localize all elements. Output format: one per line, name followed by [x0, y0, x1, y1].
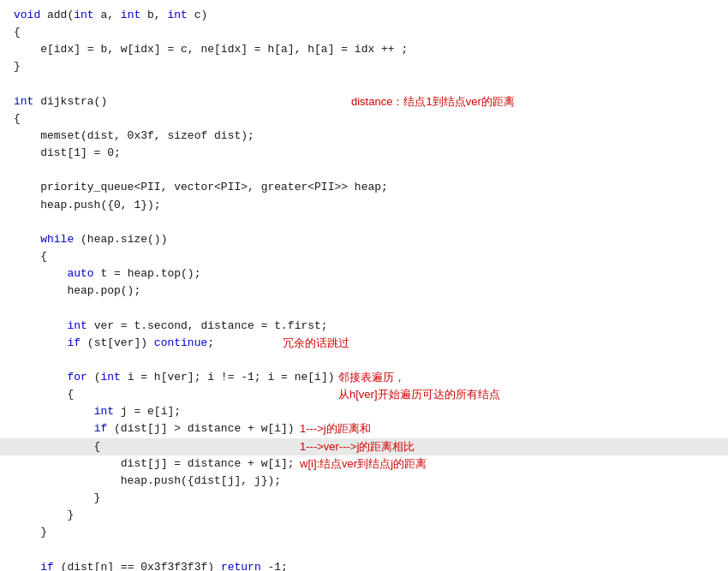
code-line	[0, 76, 728, 93]
code-line: if (st[ver]) continue; 冗余的话跳过	[0, 335, 728, 352]
code-line: memset(dist, 0x3f, sizeof dist);	[0, 128, 728, 145]
code-line: }	[0, 507, 728, 524]
code-line: int j = e[i];	[0, 403, 728, 420]
code-line: int dijkstra() distance：结点1到结点ver的距离	[0, 93, 728, 110]
code-line: heap.pop();	[0, 283, 728, 300]
code-line: e[idx] = b, w[idx] = c, ne[idx] = h[a], …	[0, 41, 728, 58]
code-line-highlighted: { 1--->ver--->j的距离相比	[0, 438, 728, 455]
code-line: dist[1] = 0;	[0, 145, 728, 162]
code-line	[0, 300, 728, 317]
code-line	[0, 162, 728, 179]
code-line: heap.push({0, 1});	[0, 197, 728, 214]
code-line: if (dist[n] == 0x3f3f3f3f) return -1;	[0, 559, 728, 572]
code-line: auto t = heap.top();	[0, 265, 728, 283]
code-line: }	[0, 524, 728, 541]
code-line: {	[0, 110, 728, 128]
code-line	[0, 352, 728, 369]
code-line: {	[0, 248, 728, 265]
code-line: dist[j] = distance + w[i]; w[i]:结点ver到结点…	[0, 455, 728, 473]
code-line: }	[0, 490, 728, 507]
code-line: void add(int a, int b, int c)	[0, 7, 728, 24]
code-line	[0, 214, 728, 231]
code-line: {	[0, 24, 728, 41]
code-line: for (int i = h[ver]; i != -1; i = ne[i])…	[0, 369, 728, 386]
code-editor: void add(int a, int b, int c) { e[idx] =…	[0, 0, 728, 571]
code-line	[0, 541, 728, 558]
code-line: int ver = t.second, distance = t.first;	[0, 318, 728, 335]
code-line: if (dist[j] > distance + w[i]) 1--->j的距离…	[0, 420, 728, 437]
code-line: heap.push({dist[j], j});	[0, 473, 728, 490]
code-line: }	[0, 58, 728, 75]
code-line: while (heap.size())	[0, 231, 728, 248]
code-line: { 从h[ver]开始遍历可达的所有结点	[0, 386, 728, 403]
code-line: priority_queue<PII, vector<PII>, greater…	[0, 179, 728, 196]
